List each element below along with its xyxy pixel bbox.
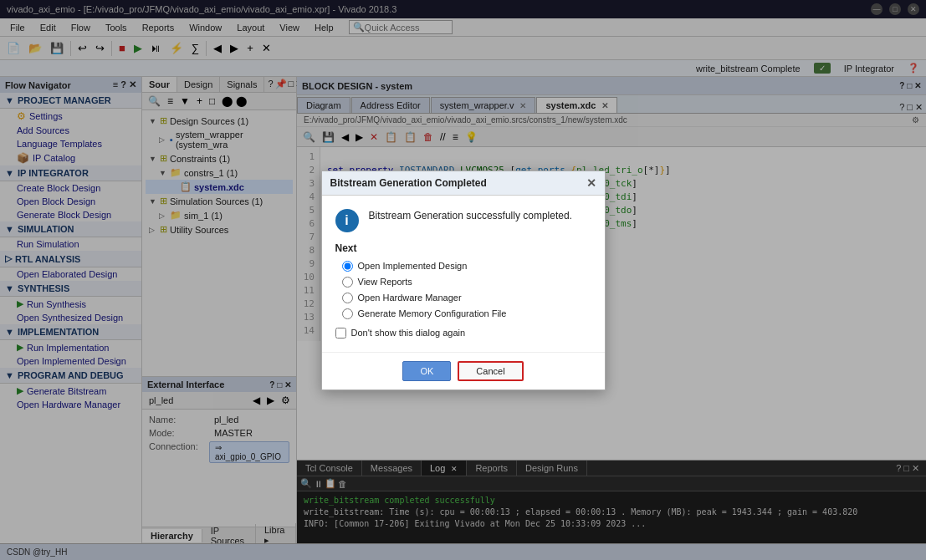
- modal-dont-show-row[interactable]: Don't show this dialog again: [335, 328, 591, 339]
- modal-option-4[interactable]: Generate Memory Configuration File: [342, 308, 591, 319]
- opt2-label: View Reports: [358, 277, 412, 287]
- modal-title-text: Bitstream Generation Completed: [330, 177, 487, 189]
- modal-title-bar: Bitstream Generation Completed ✕: [322, 171, 605, 196]
- opt3-label: Open Hardware Manager: [358, 293, 462, 303]
- modal-option-1[interactable]: Open Implemented Design: [342, 261, 591, 272]
- modal-body: i Bitstream Generation successfully comp…: [322, 196, 605, 352]
- modal-option-2[interactable]: View Reports: [342, 277, 591, 288]
- radio-open-hw[interactable]: [342, 293, 353, 303]
- modal-message-row: i Bitstream Generation successfully comp…: [335, 209, 591, 232]
- modal-next-label: Next: [335, 242, 591, 254]
- radio-view-reports[interactable]: [342, 277, 353, 288]
- radio-gen-mem[interactable]: [342, 308, 353, 319]
- opt4-label: Generate Memory Configuration File: [358, 308, 507, 318]
- dont-show-label: Don't show this dialog again: [351, 328, 466, 338]
- modal-option-3[interactable]: Open Hardware Manager: [342, 293, 591, 303]
- dont-show-checkbox[interactable]: [335, 328, 346, 339]
- modal-overlay: Bitstream Generation Completed ✕ i Bitst…: [0, 0, 926, 560]
- modal-message: Bitstream Generation successfully comple…: [369, 209, 572, 222]
- opt1-label: Open Implemented Design: [358, 261, 468, 271]
- modal-ok-button[interactable]: OK: [402, 361, 451, 381]
- modal-info-icon: i: [335, 209, 359, 232]
- modal-close-button[interactable]: ✕: [586, 176, 596, 190]
- modal-options-group: Open Implemented Design View Reports Ope…: [342, 261, 591, 319]
- radio-open-impl[interactable]: [342, 261, 353, 272]
- modal-cancel-button[interactable]: Cancel: [458, 361, 523, 381]
- bitstream-dialog: Bitstream Generation Completed ✕ i Bitst…: [321, 171, 606, 390]
- modal-footer: OK Cancel: [322, 352, 605, 389]
